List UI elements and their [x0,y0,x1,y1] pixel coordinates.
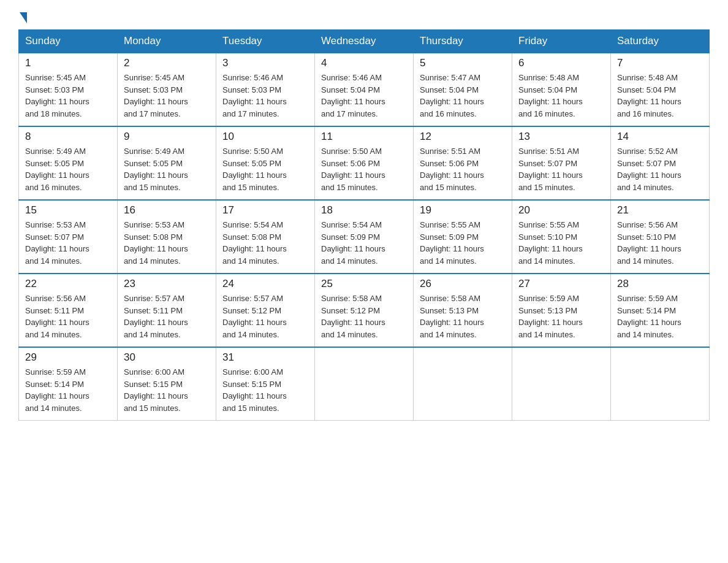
calendar-day-header: Sunday [19,30,118,53]
day-info: Sunrise: 5:51 AMSunset: 5:07 PMDaylight:… [518,145,604,193]
calendar-cell: 5Sunrise: 5:47 AMSunset: 5:04 PMDaylight… [414,53,512,126]
logo [18,12,28,23]
calendar-day-header: Monday [118,30,216,53]
calendar-cell: 25Sunrise: 5:58 AMSunset: 5:12 PMDayligh… [315,274,414,347]
day-info: Sunrise: 5:46 AMSunset: 5:03 PMDaylight:… [222,72,308,120]
day-info: Sunrise: 5:55 AMSunset: 5:09 PMDaylight:… [420,219,506,267]
calendar-week-row: 8Sunrise: 5:49 AMSunset: 5:05 PMDaylight… [19,126,710,200]
day-info: Sunrise: 5:48 AMSunset: 5:04 PMDaylight:… [518,72,604,120]
calendar-cell [512,347,611,421]
day-info: Sunrise: 5:51 AMSunset: 5:06 PMDaylight:… [420,145,506,193]
day-number: 23 [124,278,210,290]
day-info: Sunrise: 5:45 AMSunset: 5:03 PMDaylight:… [124,72,210,120]
calendar-cell: 31Sunrise: 6:00 AMSunset: 5:15 PMDayligh… [216,347,315,421]
day-info: Sunrise: 5:49 AMSunset: 5:05 PMDaylight:… [124,145,210,193]
day-number: 14 [617,131,703,143]
day-info: Sunrise: 5:48 AMSunset: 5:04 PMDaylight:… [617,72,703,120]
day-info: Sunrise: 5:58 AMSunset: 5:13 PMDaylight:… [420,293,506,340]
day-info: Sunrise: 5:50 AMSunset: 5:06 PMDaylight:… [321,145,407,193]
calendar-cell: 21Sunrise: 5:56 AMSunset: 5:10 PMDayligh… [611,200,710,274]
day-number: 22 [25,278,111,290]
calendar-cell: 26Sunrise: 5:58 AMSunset: 5:13 PMDayligh… [414,274,512,347]
day-info: Sunrise: 5:49 AMSunset: 5:05 PMDaylight:… [25,145,111,193]
day-number: 28 [617,278,703,290]
day-number: 29 [25,351,111,364]
calendar-cell: 19Sunrise: 5:55 AMSunset: 5:09 PMDayligh… [414,200,512,274]
calendar-day-header: Friday [512,30,611,53]
day-number: 10 [222,131,308,143]
calendar-cell: 3Sunrise: 5:46 AMSunset: 5:03 PMDaylight… [216,53,315,126]
day-number: 20 [518,204,604,216]
day-number: 6 [518,57,604,69]
day-info: Sunrise: 5:57 AMSunset: 5:12 PMDaylight:… [222,293,308,340]
day-number: 21 [617,204,703,216]
page-header [18,12,710,23]
day-info: Sunrise: 5:54 AMSunset: 5:09 PMDaylight:… [321,219,407,267]
calendar-cell: 1Sunrise: 5:45 AMSunset: 5:03 PMDaylight… [19,53,118,126]
day-info: Sunrise: 5:53 AMSunset: 5:08 PMDaylight:… [124,219,210,267]
day-info: Sunrise: 5:56 AMSunset: 5:11 PMDaylight:… [25,293,111,340]
day-info: Sunrise: 5:59 AMSunset: 5:13 PMDaylight:… [518,293,604,340]
calendar-cell: 18Sunrise: 5:54 AMSunset: 5:09 PMDayligh… [315,200,414,274]
calendar-cell: 13Sunrise: 5:51 AMSunset: 5:07 PMDayligh… [512,126,611,200]
day-info: Sunrise: 5:50 AMSunset: 5:05 PMDaylight:… [222,145,308,193]
calendar-day-header: Thursday [414,30,512,53]
day-number: 12 [420,131,506,143]
day-number: 15 [25,204,111,216]
day-info: Sunrise: 5:46 AMSunset: 5:04 PMDaylight:… [321,72,407,120]
calendar-cell: 11Sunrise: 5:50 AMSunset: 5:06 PMDayligh… [315,126,414,200]
day-number: 26 [420,278,506,290]
day-number: 18 [321,204,407,216]
day-info: Sunrise: 5:56 AMSunset: 5:10 PMDaylight:… [617,219,703,267]
calendar-cell: 7Sunrise: 5:48 AMSunset: 5:04 PMDaylight… [611,53,710,126]
calendar-cell [611,347,710,421]
calendar-week-row: 15Sunrise: 5:53 AMSunset: 5:07 PMDayligh… [19,200,710,274]
day-info: Sunrise: 5:59 AMSunset: 5:14 PMDaylight:… [25,366,111,414]
calendar-week-row: 1Sunrise: 5:45 AMSunset: 5:03 PMDaylight… [19,53,710,126]
day-info: Sunrise: 6:00 AMSunset: 5:15 PMDaylight:… [124,366,210,414]
calendar-cell: 27Sunrise: 5:59 AMSunset: 5:13 PMDayligh… [512,274,611,347]
day-number: 24 [222,278,308,290]
day-number: 19 [420,204,506,216]
day-number: 25 [321,278,407,290]
calendar-cell: 12Sunrise: 5:51 AMSunset: 5:06 PMDayligh… [414,126,512,200]
day-number: 1 [25,57,111,69]
calendar-cell: 15Sunrise: 5:53 AMSunset: 5:07 PMDayligh… [19,200,118,274]
day-number: 31 [222,351,308,364]
calendar-cell: 22Sunrise: 5:56 AMSunset: 5:11 PMDayligh… [19,274,118,347]
calendar-cell: 14Sunrise: 5:52 AMSunset: 5:07 PMDayligh… [611,126,710,200]
calendar-cell: 28Sunrise: 5:59 AMSunset: 5:14 PMDayligh… [611,274,710,347]
day-info: Sunrise: 5:52 AMSunset: 5:07 PMDaylight:… [617,145,703,193]
calendar-header-row: SundayMondayTuesdayWednesdayThursdayFrid… [19,30,710,53]
day-number: 13 [518,131,604,143]
calendar-day-header: Tuesday [216,30,315,53]
day-info: Sunrise: 5:45 AMSunset: 5:03 PMDaylight:… [25,72,111,120]
calendar-cell: 6Sunrise: 5:48 AMSunset: 5:04 PMDaylight… [512,53,611,126]
logo-triangle-icon [20,12,27,23]
calendar-table: SundayMondayTuesdayWednesdayThursdayFrid… [18,29,710,421]
calendar-cell: 29Sunrise: 5:59 AMSunset: 5:14 PMDayligh… [19,347,118,421]
calendar-cell: 23Sunrise: 5:57 AMSunset: 5:11 PMDayligh… [118,274,216,347]
calendar-week-row: 29Sunrise: 5:59 AMSunset: 5:14 PMDayligh… [19,347,710,421]
day-number: 2 [124,57,210,69]
day-number: 30 [124,351,210,364]
day-number: 17 [222,204,308,216]
calendar-cell: 10Sunrise: 5:50 AMSunset: 5:05 PMDayligh… [216,126,315,200]
calendar-week-row: 22Sunrise: 5:56 AMSunset: 5:11 PMDayligh… [19,274,710,347]
day-info: Sunrise: 5:55 AMSunset: 5:10 PMDaylight:… [518,219,604,267]
day-number: 5 [420,57,506,69]
day-number: 11 [321,131,407,143]
calendar-cell: 30Sunrise: 6:00 AMSunset: 5:15 PMDayligh… [118,347,216,421]
calendar-cell: 16Sunrise: 5:53 AMSunset: 5:08 PMDayligh… [118,200,216,274]
calendar-day-header: Wednesday [315,30,414,53]
calendar-cell [414,347,512,421]
day-number: 9 [124,131,210,143]
calendar-cell: 20Sunrise: 5:55 AMSunset: 5:10 PMDayligh… [512,200,611,274]
day-number: 4 [321,57,407,69]
day-info: Sunrise: 6:00 AMSunset: 5:15 PMDaylight:… [222,366,308,414]
day-number: 27 [518,278,604,290]
day-number: 16 [124,204,210,216]
calendar-cell: 2Sunrise: 5:45 AMSunset: 5:03 PMDaylight… [118,53,216,126]
calendar-day-header: Saturday [611,30,710,53]
day-info: Sunrise: 5:58 AMSunset: 5:12 PMDaylight:… [321,293,407,340]
